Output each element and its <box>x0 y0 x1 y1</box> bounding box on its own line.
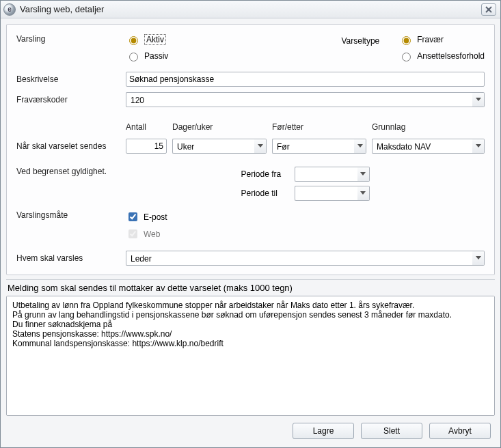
label-fravaerskoder: Fraværskoder <box>16 95 126 104</box>
beskrivelse-input[interactable] <box>126 72 485 87</box>
dialog-window: e Varsling web, detaljer Varsling Aktiv <box>0 0 501 448</box>
dialog-body: Varsling Aktiv Passiv Varseltype <box>1 18 500 447</box>
message-section: Melding som skal sendes til mottaker av … <box>6 279 495 416</box>
label-antall: Antall <box>126 122 167 132</box>
chevron-down-icon[interactable] <box>357 186 370 201</box>
radio-varsling-passiv[interactable] <box>129 53 138 61</box>
label-periode-til: Periode til <box>241 188 295 198</box>
checkbox-label-epost: E-post <box>144 212 167 222</box>
fravaerskoder-combo[interactable]: 120 <box>126 92 485 107</box>
label-varsling: Varsling <box>16 34 126 44</box>
radio-label-ansettelse: Ansettelsesforhold <box>417 51 485 61</box>
checkbox-web <box>128 229 137 238</box>
hvem-varsles-select[interactable]: Leder <box>126 251 485 266</box>
chevron-down-icon[interactable] <box>357 167 370 182</box>
delete-button[interactable]: Slett <box>361 423 422 439</box>
window-title: Varsling web, detaljer <box>20 4 104 14</box>
label-naar-sendes: Når skal varselet sendes <box>16 141 126 151</box>
radio-label-passiv: Passiv <box>144 51 168 61</box>
periode-fra-select[interactable] <box>295 167 370 182</box>
radio-varseltype-fravaer[interactable] <box>402 36 411 45</box>
button-bar: Lagre Slett Avbryt <box>6 416 495 442</box>
save-button[interactable]: Lagre <box>293 423 354 439</box>
label-varseltype: Varseltype <box>341 36 379 46</box>
periode-til-select[interactable] <box>295 186 370 201</box>
radio-label-fravaer: Fravær <box>417 35 444 44</box>
chevron-down-icon[interactable] <box>472 92 485 107</box>
label-for-etter: Før/etter <box>272 122 366 132</box>
fravaerskoder-value: 120 <box>126 92 472 107</box>
radio-label-aktiv: Aktiv <box>144 34 166 45</box>
radio-varsling-aktiv[interactable] <box>129 36 138 45</box>
label-periode-fra: Periode fra <box>241 169 295 179</box>
antall-input[interactable] <box>126 139 167 154</box>
checkbox-epost[interactable] <box>128 212 137 221</box>
app-icon: e <box>3 3 16 16</box>
label-dager-uker: Dager/uker <box>172 122 267 132</box>
form-panel: Varsling Aktiv Passiv Varseltype <box>6 24 495 275</box>
close-icon <box>485 6 492 13</box>
chevron-down-icon[interactable] <box>472 139 485 154</box>
label-beskrivelse: Beskrivelse <box>16 74 126 84</box>
label-grunnlag: Grunnlag <box>372 122 485 132</box>
varsling-radiogroup: Aktiv Passiv <box>126 34 168 61</box>
label-ved-begrenset: Ved begrenset gyldighet. <box>16 167 126 176</box>
grunnlag-select[interactable]: Maksdato NAV <box>372 139 485 154</box>
label-hvem-varsles: Hvem skal varsles <box>16 253 126 263</box>
dager-uker-select[interactable]: Uker <box>172 139 267 154</box>
cancel-button[interactable]: Avbryt <box>429 423 491 439</box>
chevron-down-icon[interactable] <box>354 139 366 154</box>
chevron-down-icon[interactable] <box>472 251 485 266</box>
message-header: Melding som skal sendes til mottaker av … <box>6 279 495 296</box>
for-etter-select[interactable]: Før <box>272 139 366 154</box>
checkbox-label-web: Web <box>144 229 160 239</box>
radio-varseltype-ansettelse[interactable] <box>402 53 411 61</box>
label-varslingsmate: Varslingsmåte <box>16 210 126 220</box>
titlebar: e Varsling web, detaljer <box>1 1 500 18</box>
close-button[interactable] <box>481 3 496 16</box>
message-textarea[interactable] <box>7 296 494 415</box>
varseltype-radiogroup: Fravær Ansettelsesforhold <box>398 34 485 61</box>
chevron-down-icon[interactable] <box>254 139 267 154</box>
